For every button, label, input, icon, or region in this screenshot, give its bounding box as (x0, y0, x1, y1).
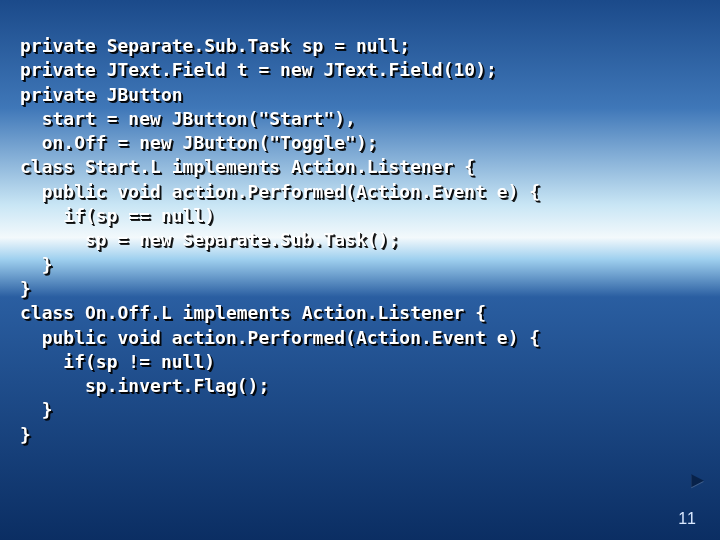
slide: private Separate.Sub.Task sp = null; pri… (0, 0, 720, 540)
code-block: private Separate.Sub.Task sp = null; pri… (20, 34, 700, 447)
page-number: 11 (678, 510, 696, 528)
next-arrow-icon[interactable]: ► (691, 469, 704, 494)
